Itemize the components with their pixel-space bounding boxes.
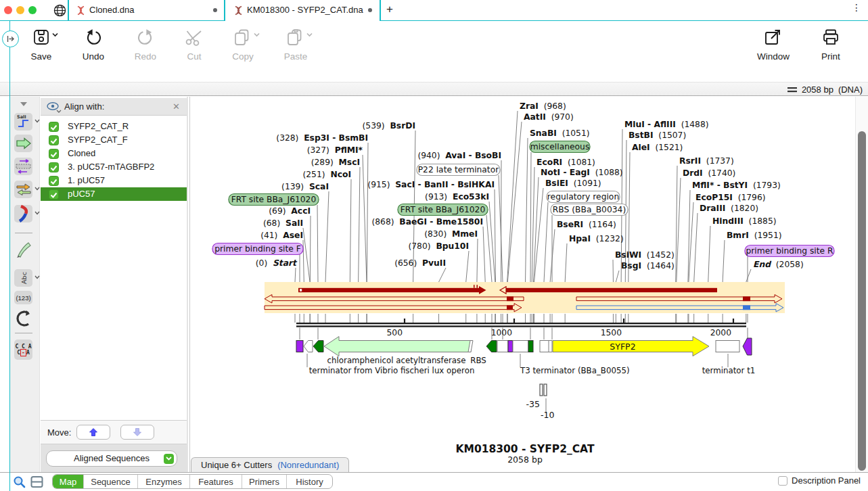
enzyme-tool-button[interactable]: SalI: [14, 113, 32, 131]
promoter-element-bar[interactable]: [544, 384, 547, 396]
aligned-sequences-select[interactable]: Aligned Sequences: [46, 450, 177, 467]
checkbox-checked-icon[interactable]: [49, 149, 59, 159]
enzyme-label-MscI[interactable]: (289) MscI: [311, 158, 360, 167]
view-tab-enzymes[interactable]: Enzymes: [138, 475, 190, 488]
aligned-sequences-chevron-icon[interactable]: [164, 454, 174, 464]
enzyme-label-HindIII[interactable]: HindIII (1885): [712, 216, 777, 226]
enzyme-label-SacI - BanII - BsiHKAI[interactable]: (915) SacI - BanII - BsiHKAI: [367, 180, 495, 189]
feature-terminator-t1[interactable]: [716, 341, 739, 352]
scrollbar-thumb[interactable]: [858, 131, 866, 471]
visibility-eye-icon[interactable]: [46, 101, 62, 114]
aligned-read[interactable]: [298, 288, 479, 292]
enzyme-set-bar[interactable]: Unique 6+ Cutters (Nonredundant): [191, 457, 349, 472]
enzyme-label-BmrI[interactable]: BmrI (1951): [727, 231, 782, 240]
enzyme-label-BstBI[interactable]: BstBI (1507): [629, 131, 686, 140]
enzyme-label-BsiWI[interactable]: BsiWI (1452): [615, 250, 675, 260]
feature-frt-site-1[interactable]: [313, 341, 323, 352]
enzyme-label-AleI[interactable]: AleI (1521): [632, 143, 683, 152]
globe-icon[interactable]: [53, 4, 66, 17]
annotate-pen-button[interactable]: [14, 241, 32, 258]
align-panel-close-icon[interactable]: ✕: [173, 101, 180, 112]
view-tab-map[interactable]: Map: [53, 475, 84, 488]
view-tab-features[interactable]: Features: [190, 475, 242, 488]
numbers-button[interactable]: (123): [14, 291, 32, 304]
align-item-syfp2-cat-f[interactable]: SYFP2_CAT_F: [41, 133, 187, 147]
feature-p22-late-terminator[interactable]: [497, 341, 508, 352]
enzyme-label-ScaI[interactable]: (139) ScaI: [281, 182, 329, 191]
enzyme-label-MmeI[interactable]: (830) MmeI: [424, 229, 478, 239]
feature-frt-site-2[interactable]: [486, 341, 497, 352]
enzyme-label-PflMI*[interactable]: (327) PflMI*: [307, 145, 363, 155]
collapse-tools-icon[interactable]: [14, 101, 32, 108]
view-tab-primers[interactable]: Primers: [242, 475, 287, 488]
enzyme-label-Start[interactable]: (0) Start: [256, 258, 298, 268]
circular-view-button[interactable]: [14, 308, 32, 329]
undo-button[interactable]: Undo: [70, 28, 117, 62]
feature-cat-cds[interactable]: [324, 337, 471, 356]
enzyme-label-Bpu10I[interactable]: (780) Bpu10I: [408, 241, 469, 251]
align-item-puc57[interactable]: pUC57: [41, 187, 187, 201]
enzyme-label-AccI[interactable]: (69) AccI: [269, 206, 311, 216]
abc-labels-button[interactable]: Abc: [14, 269, 32, 287]
orfs-tool-button-menu-chevron[interactable]: [35, 210, 40, 216]
enzyme-label-AvaI - BsoBI[interactable]: (940) AvaI - BsoBI: [417, 151, 501, 160]
enzyme-label-AatII[interactable]: AatII (970): [524, 112, 574, 122]
abc-labels-button-menu-chevron[interactable]: [35, 275, 40, 281]
new-tab-button[interactable]: +: [386, 3, 393, 16]
feature-t3-terminator[interactable]: [513, 341, 528, 352]
enzyme-label-SnaBI[interactable]: SnaBI (1051): [530, 128, 590, 138]
minimize-window-button[interactable]: [16, 6, 24, 14]
primers-tool-button[interactable]: [14, 181, 32, 198]
feature-vibrio-terminator[interactable]: [304, 341, 313, 352]
enzyme-label-NotI - EagI[interactable]: NotI - EagI (1088): [541, 168, 623, 177]
vertical-scrollbar[interactable]: [855, 97, 868, 472]
split-view-icon[interactable]: [30, 475, 43, 488]
zoom-window-button[interactable]: [28, 6, 37, 14]
enzyme-label-AseI[interactable]: (41) AseI: [260, 231, 303, 240]
overflow-menu-button[interactable]: ⋮: [852, 2, 861, 13]
close-window-button[interactable]: [4, 6, 12, 14]
checkbox-checked-icon[interactable]: [49, 189, 59, 200]
checkbox-checked-icon[interactable]: [49, 176, 59, 186]
enzyme-label-BaeGI - Bme1580I[interactable]: (868) BaeGI - Bme1580I: [371, 217, 483, 227]
enzyme-label-DrdI[interactable]: DrdI (1740): [683, 168, 735, 178]
primers-tool-button-menu-chevron[interactable]: [35, 186, 40, 192]
move-up-button[interactable]: [76, 425, 110, 440]
enzyme-label-BseRI[interactable]: BseRI (1164): [557, 220, 616, 229]
enzyme-label-Esp3I - BsmBI[interactable]: (328) Esp3I - BsmBI: [276, 133, 368, 143]
alignment-tool-button[interactable]: [14, 158, 32, 175]
enzyme-label-ZraI[interactable]: ZraI (968): [520, 101, 566, 111]
enzyme-label-RsrII[interactable]: RsrII (1737): [679, 156, 734, 166]
enzyme-label-MflI* - BstYI[interactable]: MflI* - BstYI (1793): [692, 181, 781, 190]
checkbox-checked-icon[interactable]: [49, 162, 59, 172]
align-item-cloned[interactable]: Cloned: [41, 147, 187, 160]
description-panel-checkbox[interactable]: [778, 476, 787, 486]
cca-edit-button[interactable]: C C AC-A: [14, 340, 32, 360]
align-item-syfp2-cat-r[interactable]: SYFP2_CAT_R: [41, 120, 187, 133]
enzyme-label-DraIII[interactable]: DraIII (1820): [700, 204, 758, 213]
checkbox-checked-icon[interactable]: [49, 122, 59, 132]
enzyme-label-EcoP15I[interactable]: EcoP15I (1796): [695, 193, 766, 202]
search-zoom-icon[interactable]: [13, 475, 26, 488]
feature-primer-binding-site-r[interactable]: [743, 338, 752, 355]
enzyme-label-SalI[interactable]: (68) SalI: [263, 218, 303, 228]
checkbox-checked-icon[interactable]: [49, 135, 59, 145]
aligned-read[interactable]: [506, 288, 717, 292]
features-tool-button[interactable]: [14, 135, 32, 152]
promoter-element-bar[interactable]: [540, 384, 543, 396]
collapse-sidebar-button[interactable]: [2, 30, 19, 47]
view-tab-sequence[interactable]: Sequence: [84, 475, 138, 488]
enzyme-label-PvuII[interactable]: (656) PvuII: [394, 258, 446, 268]
feature-primer-binding-site-f[interactable]: [296, 341, 303, 352]
align-item-1-puc57[interactable]: 1. pUC57: [41, 174, 187, 187]
enzyme-label-Eco53kI[interactable]: (913) Eco53kI: [425, 192, 489, 202]
feature-primer-site-mid[interactable]: [508, 341, 513, 352]
enzyme-label-End[interactable]: End (2058): [753, 260, 804, 269]
align-item-3-puc57-mtagbfp2[interactable]: 3. pUC57-mTAGBFP2: [41, 160, 187, 174]
enzyme-label-BsiEI[interactable]: BsiEI (1091): [545, 179, 601, 188]
enzyme-label-EcoRI[interactable]: EcoRI (1081): [536, 158, 595, 167]
enzyme-label-BsrDI[interactable]: (539) BsrDI: [363, 121, 415, 131]
enzyme-tool-button-menu-chevron[interactable]: [35, 118, 40, 124]
enzyme-label-NcoI[interactable]: (251) NcoI: [303, 170, 352, 179]
enzyme-label-BsgI[interactable]: BsgI (1464): [621, 261, 675, 271]
